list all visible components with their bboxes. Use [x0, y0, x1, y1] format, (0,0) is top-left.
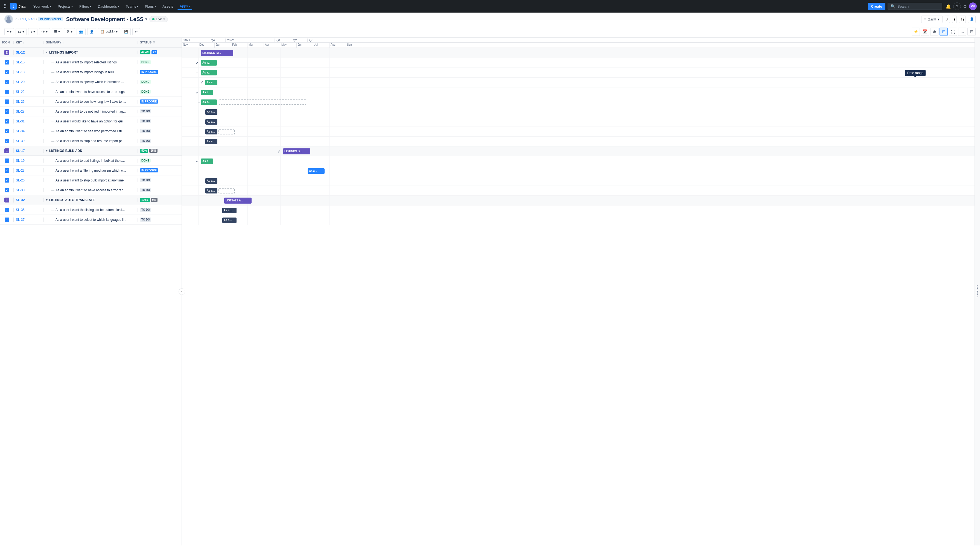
status-badge[interactable]: DONE — [140, 60, 151, 64]
less-button[interactable]: 📋 LeSS* ▾ — [98, 28, 120, 35]
nav-dashboards[interactable]: Dashboards ▾ — [95, 3, 121, 10]
grid-icon[interactable]: ⠿ — [3, 3, 7, 9]
gantt-bar[interactable]: LISTINGS IM... — [201, 50, 233, 56]
gantt-bar[interactable]: As a — [205, 80, 217, 85]
collapse-panel-button[interactable]: ‹ — [178, 288, 185, 295]
expand-icon[interactable]: ▾ — [46, 198, 48, 202]
zoom-in-button[interactable]: ⊕ — [930, 28, 939, 36]
avatar[interactable]: PK — [969, 2, 977, 10]
gantt-bar[interactable]: LISTINGS A... — [224, 198, 251, 203]
sort-button[interactable]: ↕ ▾ — [28, 28, 37, 35]
share-icon[interactable]: ⤴ — [945, 16, 950, 23]
issue-link[interactable]: SL-26 — [16, 178, 25, 182]
live-badge[interactable]: Live ▾ — [149, 16, 168, 22]
settings-icon[interactable]: ⚙ — [153, 41, 155, 44]
status-badge[interactable]: IN PROGRE — [140, 100, 158, 103]
gantt-bar[interactable]: As a... — [205, 129, 217, 135]
gantt-bar[interactable]: As a... — [205, 188, 217, 194]
person-button[interactable]: 👤 — [87, 28, 96, 35]
add-button[interactable]: + ▾ — [5, 28, 14, 35]
status-badge[interactable]: DONE — [140, 159, 151, 163]
gantt-bar[interactable]: LISTINGS B... — [283, 148, 310, 154]
link-button[interactable]: ⛓ ▾ — [64, 28, 75, 35]
search-input[interactable] — [897, 4, 936, 8]
gantt-bar[interactable]: As a — [201, 159, 213, 164]
issue-link[interactable]: SL-32 — [16, 198, 25, 202]
issue-link[interactable]: SL-19 — [16, 159, 25, 163]
gantt-button[interactable]: ≡ Gantt ▾ — [921, 16, 943, 23]
status-badge[interactable]: 44.4% — [140, 50, 150, 54]
gantt-bar[interactable]: As a... — [222, 217, 237, 223]
status-badge[interactable]: IN PROGRE — [140, 70, 158, 74]
gantt-bar[interactable]: As a... — [308, 168, 325, 174]
issue-link[interactable]: SL-35 — [16, 208, 25, 212]
nav-assets[interactable]: Assets — [160, 3, 175, 10]
issue-link[interactable]: SL-31 — [16, 119, 25, 123]
collapse-button[interactable]: ⊟ — [967, 28, 975, 36]
status-badge[interactable]: 0% — [151, 198, 158, 202]
status-badge[interactable]: TO DO — [140, 188, 151, 192]
status-badge[interactable]: 22 — [151, 50, 157, 54]
create-button[interactable]: Create — [868, 3, 885, 10]
fullscreen-button[interactable]: ⛶ — [949, 28, 957, 36]
gantt-bar[interactable]: As a... — [222, 208, 237, 213]
status-badge[interactable]: 50% — [140, 149, 148, 153]
issue-link[interactable]: SL-17 — [16, 149, 25, 153]
status-badge[interactable]: DONE — [140, 80, 151, 84]
gantt-bar[interactable]: As a... — [205, 109, 217, 115]
status-badge[interactable]: TO DO — [140, 178, 151, 182]
status-badge[interactable]: DONE — [140, 90, 151, 94]
nav-your-work[interactable]: Your work ▾ — [31, 3, 53, 10]
issue-link[interactable]: SL-15 — [16, 60, 25, 64]
logo[interactable]: J Jira — [10, 3, 26, 10]
nav-projects[interactable]: Projects ▾ — [56, 3, 75, 10]
issue-link[interactable]: SL-20 — [16, 80, 25, 84]
issue-link[interactable]: SL-34 — [16, 129, 25, 133]
breadcrumb-project-link[interactable]: REQAR-1 — [21, 17, 35, 21]
folder-button[interactable]: 🗂 ▾ — [16, 28, 27, 35]
nav-filters[interactable]: Filters ▾ — [77, 3, 93, 10]
save-button[interactable]: 💾 — [122, 28, 131, 35]
nav-teams[interactable]: Teams ▾ — [124, 3, 140, 10]
issue-link[interactable]: SL-39 — [16, 139, 25, 143]
nav-apps[interactable]: Apps ▾ — [177, 3, 192, 10]
status-badge[interactable]: TO DO — [140, 139, 151, 143]
gantt-bar[interactable]: As a... — [205, 119, 217, 125]
issue-link[interactable]: SL-23 — [16, 168, 25, 173]
gantt-bar[interactable]: As a... — [205, 178, 217, 184]
status-badge[interactable]: TO DO — [140, 119, 151, 123]
gantt-bar[interactable]: As a... — [201, 70, 217, 75]
undo-button[interactable]: ↩ — [132, 28, 140, 35]
issue-link[interactable]: SL-12 — [16, 51, 25, 54]
issue-link[interactable]: SL-37 — [16, 218, 25, 222]
view-button[interactable]: 👁 ▾ — [39, 28, 50, 35]
more-button[interactable]: ··· — [958, 28, 966, 36]
date-range-button[interactable]: ⊟ Date range — [940, 28, 948, 36]
status-badge[interactable]: TO DO — [140, 109, 151, 113]
status-badge[interactable]: IN PROGRE — [140, 168, 158, 173]
gantt-bar[interactable]: As a — [201, 90, 213, 95]
issue-link[interactable]: SL-22 — [16, 90, 25, 94]
calendar-button[interactable]: 📅 — [921, 28, 929, 36]
issue-link[interactable]: SL-18 — [16, 70, 25, 74]
person-add-button[interactable]: 👥 — [76, 28, 86, 35]
gantt-bar[interactable]: As a... — [205, 139, 217, 144]
info-icon[interactable]: ℹ — [952, 16, 957, 23]
issue-link[interactable]: SL-28 — [16, 110, 25, 113]
status-badge[interactable]: TO DO — [140, 129, 151, 133]
status-badge[interactable]: IN PROGRESS — [38, 17, 63, 21]
search-box[interactable]: 🔍 — [888, 3, 942, 10]
gantt-bar[interactable]: As a... — [201, 100, 217, 105]
expand-icon[interactable]: ▾ — [46, 149, 48, 152]
nav-plans[interactable]: Plans ▾ — [143, 3, 158, 10]
expand-icon[interactable]: ▾ — [46, 51, 48, 54]
issue-link[interactable]: SL-25 — [16, 100, 25, 103]
user-icon[interactable]: 👤 — [968, 16, 975, 23]
home-icon[interactable]: ⌂ — [15, 17, 17, 21]
columns-button[interactable]: ☰ ▾ — [52, 28, 62, 35]
status-badge[interactable]: 100% — [140, 198, 150, 202]
help-icon[interactable]: ? — [953, 2, 961, 10]
settings-icon[interactable]: ⚙ — [962, 3, 968, 10]
gantt-bar[interactable]: As a... — [201, 60, 217, 65]
notifications-icon[interactable]: 🔔 — [945, 3, 952, 10]
